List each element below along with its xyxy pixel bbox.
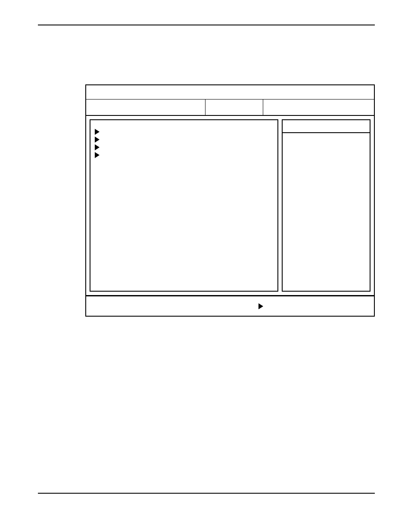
list-item[interactable] xyxy=(95,129,273,135)
triangle-right-icon xyxy=(95,144,100,150)
right-pane-body xyxy=(282,133,371,292)
tab-3[interactable] xyxy=(263,100,374,115)
right-pane-header xyxy=(282,119,371,133)
triangle-right-icon xyxy=(95,137,100,143)
left-pane xyxy=(90,119,278,292)
list-item[interactable] xyxy=(95,144,273,150)
tab-row xyxy=(86,100,374,116)
main-panel xyxy=(85,84,375,317)
triangle-right-icon xyxy=(95,129,100,135)
panel-footer xyxy=(86,295,374,316)
tab-1[interactable] xyxy=(86,100,206,115)
top-horizontal-rule xyxy=(38,25,375,25)
list-item[interactable] xyxy=(95,137,273,143)
right-pane xyxy=(282,119,371,292)
tab-2[interactable] xyxy=(206,100,263,115)
list-item[interactable] xyxy=(95,152,273,158)
panel-title-row xyxy=(86,85,374,100)
panel-body xyxy=(86,116,374,295)
triangle-right-icon xyxy=(258,303,263,309)
triangle-right-icon xyxy=(95,152,100,158)
bottom-horizontal-rule xyxy=(38,493,375,494)
